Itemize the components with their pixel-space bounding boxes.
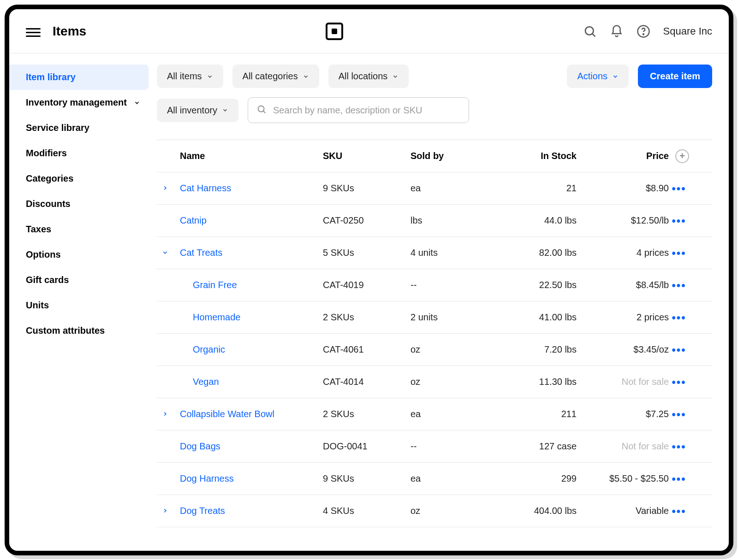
table-row[interactable]: Homemade2 SKUs2 units41.00 lbs2 prices••…: [157, 301, 712, 334]
row-more-icon[interactable]: •••: [669, 311, 689, 324]
row-more-icon[interactable]: •••: [669, 343, 689, 356]
table-row[interactable]: OrganicCAT-4061oz7.20 lbs$3.45/oz•••: [157, 334, 712, 366]
item-instock: 404.00 lbs: [494, 506, 577, 516]
item-sku: CAT-4061: [323, 344, 411, 355]
item-name[interactable]: Homemade: [180, 312, 323, 323]
item-soldby: 4 units: [411, 248, 494, 258]
filter-all-items[interactable]: All items: [157, 65, 223, 88]
item-instock: 44.0 lbs: [494, 215, 577, 226]
chevron-down-icon: [207, 73, 213, 80]
row-more-icon[interactable]: •••: [669, 182, 689, 195]
sidebar-item-label: Gift cards: [26, 275, 69, 285]
expand-caret-icon[interactable]: [160, 248, 171, 258]
item-instock: 7.20 lbs: [494, 344, 577, 355]
expand-caret-icon[interactable]: [160, 409, 171, 419]
filter-row-2: All inventory: [157, 97, 712, 123]
org-name[interactable]: Square Inc: [663, 25, 712, 37]
sidebar-item-service-library[interactable]: Service library: [9, 115, 157, 141]
search-box[interactable]: [248, 97, 469, 123]
item-sku: 2 SKUs: [323, 409, 411, 419]
col-name: Name: [180, 151, 323, 161]
table-row[interactable]: VeganCAT-4014oz11.30 lbsNot for sale•••: [157, 366, 712, 398]
sidebar-item-item-library[interactable]: Item library: [9, 65, 149, 90]
item-sku: 5 SKUs: [323, 248, 411, 258]
table-row[interactable]: Collapsible Water Bowl2 SKUsea211$7.25••…: [157, 398, 712, 430]
item-sku: 2 SKUs: [323, 312, 411, 323]
expand-caret-icon[interactable]: [160, 183, 171, 194]
chevron-down-icon: [303, 73, 309, 80]
row-more-icon[interactable]: •••: [669, 247, 689, 259]
hamburger-icon[interactable]: [26, 26, 41, 37]
svg-line-1: [592, 34, 595, 36]
sidebar-item-units[interactable]: Units: [9, 293, 157, 318]
filter-label: All locations: [339, 71, 388, 82]
sidebar-item-modifiers[interactable]: Modifiers: [9, 141, 157, 166]
sidebar-item-inventory-management[interactable]: Inventory management: [9, 90, 157, 115]
chevron-down-icon: [222, 107, 228, 113]
item-name[interactable]: Catnip: [180, 215, 323, 226]
button-label: Create item: [650, 71, 700, 82]
item-instock: 211: [494, 409, 577, 419]
item-name[interactable]: Cat Harness: [180, 183, 323, 194]
item-soldby: lbs: [411, 215, 494, 226]
sidebar-item-custom-attributes[interactable]: Custom attributes: [9, 318, 157, 343]
item-price: $12.50/lb: [577, 215, 669, 226]
item-name[interactable]: Dog Bags: [180, 441, 323, 452]
row-more-icon[interactable]: •••: [669, 408, 689, 421]
search-input[interactable]: [273, 105, 460, 116]
col-price: Price: [577, 151, 669, 161]
item-name[interactable]: Collapsible Water Bowl: [180, 409, 323, 419]
item-name[interactable]: Cat Treats: [180, 248, 323, 258]
item-instock: 21: [494, 183, 577, 194]
table-row[interactable]: Grain FreeCAT-4019--22.50 lbs$8.45/lb•••: [157, 269, 712, 301]
filter-all-inventory[interactable]: All inventory: [157, 99, 238, 122]
svg-line-5: [263, 111, 265, 113]
item-soldby: ea: [411, 473, 494, 484]
chevron-down-icon: [392, 73, 399, 80]
item-name[interactable]: Organic: [180, 344, 323, 355]
sidebar-item-label: Discounts: [26, 199, 71, 209]
sidebar-item-discounts[interactable]: Discounts: [9, 191, 157, 217]
sidebar-item-categories[interactable]: Categories: [9, 166, 157, 191]
actions-button[interactable]: Actions: [567, 65, 629, 88]
add-column-button[interactable]: +: [675, 149, 689, 163]
filter-all-locations[interactable]: All locations: [328, 65, 409, 88]
topbar-center: [98, 23, 571, 40]
item-instock: 127 case: [494, 441, 577, 452]
expand-caret-icon[interactable]: [160, 506, 171, 516]
sidebar-item-taxes[interactable]: Taxes: [9, 217, 157, 242]
item-instock: 82.00 lbs: [494, 248, 577, 258]
table-row[interactable]: Cat Treats5 SKUs4 units82.00 lbs4 prices…: [157, 237, 712, 269]
item-sku: 9 SKUs: [323, 473, 411, 484]
help-icon[interactable]: [637, 24, 650, 38]
row-more-icon[interactable]: •••: [669, 214, 689, 227]
item-name[interactable]: Vegan: [180, 377, 323, 387]
row-more-icon[interactable]: •••: [669, 440, 689, 453]
row-more-icon[interactable]: •••: [669, 279, 689, 292]
row-more-icon[interactable]: •••: [669, 376, 689, 389]
sidebar-item-gift-cards[interactable]: Gift cards: [9, 267, 157, 293]
sidebar-item-options[interactable]: Options: [9, 242, 157, 267]
sidebar-item-label: Taxes: [26, 224, 51, 235]
item-price: $8.90: [577, 183, 669, 194]
chevron-down-icon: [134, 100, 140, 106]
square-logo-icon: [326, 23, 343, 40]
table-row[interactable]: Cat Harness9 SKUsea21$8.90•••: [157, 172, 712, 205]
sidebar-item-label: Units: [26, 300, 49, 311]
item-instock: 299: [494, 473, 577, 484]
create-item-button[interactable]: Create item: [638, 65, 712, 88]
filter-all-categories[interactable]: All categories: [232, 65, 319, 88]
svg-point-0: [585, 27, 594, 35]
table-row[interactable]: Dog Harness9 SKUsea299$5.50 - $25.50•••: [157, 463, 712, 495]
table-row[interactable]: CatnipCAT-0250lbs44.0 lbs$12.50/lb•••: [157, 205, 712, 237]
table-row[interactable]: Dog Treats4 SKUsoz404.00 lbsVariable•••: [157, 495, 712, 527]
item-name[interactable]: Dog Harness: [180, 473, 323, 484]
search-icon[interactable]: [583, 24, 597, 38]
row-more-icon[interactable]: •••: [669, 472, 689, 485]
row-more-icon[interactable]: •••: [669, 505, 689, 518]
item-name[interactable]: Dog Treats: [180, 506, 323, 516]
bell-icon[interactable]: [610, 24, 624, 38]
item-name[interactable]: Grain Free: [180, 280, 323, 290]
item-soldby: oz: [411, 377, 494, 387]
table-row[interactable]: Dog BagsDOG-0041--127 caseNot for sale••…: [157, 430, 712, 463]
